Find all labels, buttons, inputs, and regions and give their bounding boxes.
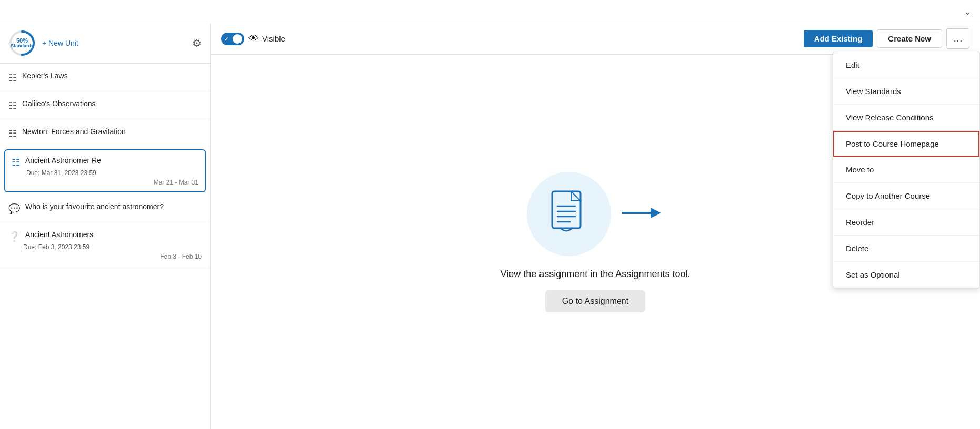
dropdown-item-move-to[interactable]: Move to (833, 157, 979, 183)
dropdown-item-set-as-optional[interactable]: Set as Optional (833, 262, 979, 288)
dropdown-item-view-release-conditions[interactable]: View Release Conditions (833, 105, 979, 131)
item-date-range: Mar 21 - Mar 31 (12, 179, 198, 186)
sidebar: 50% Standards + New Unit ⚙ ☷ Kepler's La… (0, 23, 211, 429)
doc-circle (527, 172, 611, 256)
sidebar-item-who-favourite[interactable]: 💬 Who is your favourite ancient astronom… (0, 195, 210, 222)
content-area: ✓ 👁 Visible Add Existing Create New … Ed (211, 23, 980, 429)
quiz-icon: ❔ (8, 231, 20, 242)
new-unit-button[interactable]: + New Unit (42, 39, 78, 47)
item-due-date: Due: Mar 31, 2023 23:59 (26, 169, 198, 177)
eye-icon: 👁 (248, 33, 259, 45)
arrow-right-icon (622, 202, 664, 226)
dropdown-item-view-standards[interactable]: View Standards (833, 78, 979, 105)
dropdown-item-post-to-homepage[interactable]: Post to Course Homepage (833, 131, 979, 157)
assignment-description: View the assignment in the Assignments t… (501, 269, 691, 280)
content-toolbar: ✓ 👁 Visible Add Existing Create New … Ed (211, 23, 980, 55)
visibility-toggle[interactable]: ✓ (221, 33, 244, 45)
item-date-range: Feb 3 - Feb 10 (8, 253, 202, 260)
dropdown-item-reorder[interactable]: Reorder (833, 209, 979, 236)
document-icon: ☷ (8, 72, 17, 84)
sidebar-item-keplers-laws[interactable]: ☷ Kepler's Laws (0, 64, 210, 91)
chat-icon: 💬 (8, 203, 20, 214)
top-bar: ⌄ (0, 0, 980, 23)
gear-icon[interactable]: ⚙ (192, 37, 202, 49)
create-new-button[interactable]: Create New (877, 29, 942, 48)
sidebar-scroll: ☷ Kepler's Laws ☷ Galileo's Observations… (0, 64, 210, 429)
go-to-assignment-button[interactable]: Go to Assignment (545, 290, 645, 312)
sidebar-item-galileos-observations[interactable]: ☷ Galileo's Observations (0, 91, 210, 119)
svg-marker-8 (651, 208, 661, 218)
sidebar-item-ancient-astronomers[interactable]: ❔ Ancient Astronomers Due: Feb 3, 2023 2… (0, 222, 210, 268)
more-options-button[interactable]: … (946, 28, 969, 49)
add-existing-button[interactable]: Add Existing (804, 30, 873, 47)
main-layout: 50% Standards + New Unit ⚙ ☷ Kepler's La… (0, 23, 980, 429)
document-icon: ☷ (12, 157, 20, 168)
toolbar-right: Add Existing Create New … Edit View Stan… (804, 28, 969, 49)
progress-percent: 50% Standards (11, 37, 34, 49)
sidebar-item-ancient-astronomer[interactable]: ☷ Ancient Astronomer Re Due: Mar 31, 202… (4, 149, 206, 192)
dropdown-item-copy-to-another-course[interactable]: Copy to Another Course (833, 183, 979, 209)
item-due-date: Due: Feb 3, 2023 23:59 (23, 243, 202, 251)
sidebar-item-newton-forces[interactable]: ☷ Newton: Forces and Gravitation (0, 119, 210, 147)
toggle-container: ✓ 👁 Visible (221, 33, 285, 45)
dropdown-menu: Edit View Standards View Release Conditi… (833, 52, 980, 288)
visible-label: 👁 Visible (248, 33, 285, 45)
progress-circle: 50% Standards (8, 29, 36, 57)
document-icon: ☷ (8, 100, 17, 111)
dropdown-item-delete[interactable]: Delete (833, 236, 979, 262)
document-icon: ☷ (8, 128, 17, 139)
sidebar-header: 50% Standards + New Unit ⚙ (0, 23, 210, 64)
chevron-down-icon[interactable]: ⌄ (964, 6, 972, 17)
dropdown-item-edit[interactable]: Edit (833, 52, 979, 78)
assignment-visual (527, 172, 664, 256)
